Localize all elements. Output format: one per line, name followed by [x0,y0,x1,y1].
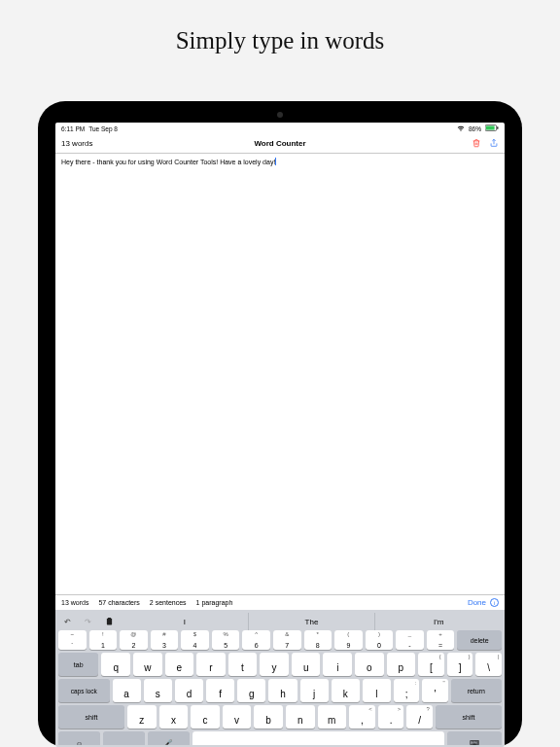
stats-bar: 13 words 57 characters 2 sentences 1 par… [55,594,505,610]
status-bar: 6:11 PM Tue Sep 8 86% [55,123,505,134]
nav-bar: 13 words Word Counter [55,134,505,154]
return-key[interactable]: return [451,679,503,702]
mic-key[interactable]: 🎤 [148,731,190,745]
key-z[interactable]: z [127,705,157,729]
wifi-icon [457,125,465,132]
hide-keyboard-key[interactable]: ⌨ [447,731,502,745]
key-\[interactable]: |\ [475,653,502,676]
key-6[interactable]: ^6 [242,630,270,650]
status-time: 6:11 PM [61,125,85,132]
key-h[interactable]: h [268,679,297,702]
key-y[interactable]: y [260,653,289,676]
key-j[interactable]: j [300,679,329,702]
svg-rect-4 [108,618,111,620]
stats-paragraphs: 1 paragraph [196,599,233,606]
key-3[interactable]: #3 [151,630,179,650]
suggestion-3[interactable]: I'm [374,613,502,630]
key-t[interactable]: t [228,653,258,676]
redo-icon[interactable]: ↷ [79,618,97,626]
key-9[interactable]: (9 [334,630,363,650]
suggestion-2[interactable]: The [248,613,375,630]
key-p[interactable]: p [387,653,416,676]
stats-words: 13 words [61,599,88,606]
text-editor[interactable]: Hey there - thank you for using Word Cou… [55,154,505,594]
key-s[interactable]: s [144,679,172,702]
battery-percent: 86% [469,125,481,132]
undo-icon[interactable]: ↶ [58,618,77,626]
key-k[interactable]: k [332,679,360,702]
editor-text: Hey there - thank you for using Word Cou… [61,159,275,165]
delete-key[interactable]: delete [457,630,502,650]
key-g[interactable]: g [237,679,265,702]
shift-key-right[interactable]: shift [436,705,502,729]
stats-chars: 57 characters [98,599,139,606]
key-w[interactable]: w [133,653,162,676]
key-2[interactable]: @2 [120,630,148,650]
key-/[interactable]: ?/ [406,705,433,729]
device-frame: 6:11 PM Tue Sep 8 86% 13 words Word Coun… [38,101,522,747]
shift-key-left[interactable]: shift [58,705,124,729]
text-cursor [275,158,276,165]
key-v[interactable]: v [223,705,252,729]
clipboard-icon[interactable] [99,617,120,626]
key-m[interactable]: m [318,705,347,729]
tab-key[interactable]: tab [58,653,98,676]
svg-rect-1 [486,125,495,129]
key-q[interactable]: q [101,653,130,676]
stats-sentences: 2 sentences [150,599,187,606]
key-0[interactable]: )0 [366,630,394,650]
key-1[interactable]: !1 [89,630,118,650]
key-8[interactable]: *8 [304,630,332,650]
key-o[interactable]: o [355,653,384,676]
battery-icon [485,124,499,132]
key-d[interactable]: d [175,679,203,702]
svg-rect-3 [107,619,112,625]
key-a[interactable]: a [113,679,141,702]
key-c[interactable]: c [191,705,220,729]
key-][interactable]: }] [447,653,473,676]
suggestion-1[interactable]: I [122,613,248,630]
status-date: Tue Sep 8 [88,125,118,132]
key-`[interactable]: ~` [58,630,87,650]
key-7[interactable]: &7 [273,630,301,650]
suggestion-bar: I The I'm [122,613,502,630]
key-,[interactable]: <, [349,705,375,729]
promo-title: Simply type in words [0,0,560,78]
key-=[interactable]: += [427,630,455,650]
key-r[interactable]: r [196,653,226,676]
screen: 6:11 PM Tue Sep 8 86% 13 words Word Coun… [55,123,505,747]
key--[interactable]: _- [396,630,424,650]
key-i[interactable]: i [323,653,352,676]
key-l[interactable]: l [363,679,391,702]
key-e[interactable]: e [165,653,194,676]
camera-dot [277,112,283,118]
app-title: Word Counter [55,139,505,148]
key-'[interactable]: "' [422,679,447,702]
key-u[interactable]: u [292,653,321,676]
keyboard-toolbar: ↶ ↷ I The I'm [58,613,502,630]
key-4[interactable]: $4 [181,630,209,650]
key-f[interactable]: f [206,679,234,702]
info-icon[interactable]: i [490,598,499,607]
svg-rect-2 [497,126,498,128]
key-;[interactable]: :; [394,679,419,702]
emoji-key[interactable]: ☺ [58,731,100,745]
trash-icon[interactable] [472,138,481,150]
keyboard: ↶ ↷ I The I'm ~`!1@2#3$4%5^6&7*8(9)0_-+=… [55,610,505,747]
globe-key[interactable] [103,731,145,745]
key-n[interactable]: n [286,705,315,729]
key-x[interactable]: x [159,705,189,729]
done-button[interactable]: Done [468,598,486,607]
share-icon[interactable] [489,138,499,150]
key-b[interactable]: b [254,705,283,729]
key-[[interactable]: {[ [418,653,444,676]
key-.[interactable]: >. [378,705,404,729]
key-5[interactable]: %5 [212,630,240,650]
space-key[interactable] [192,731,444,745]
caps-lock-key[interactable]: caps lock [58,679,110,702]
